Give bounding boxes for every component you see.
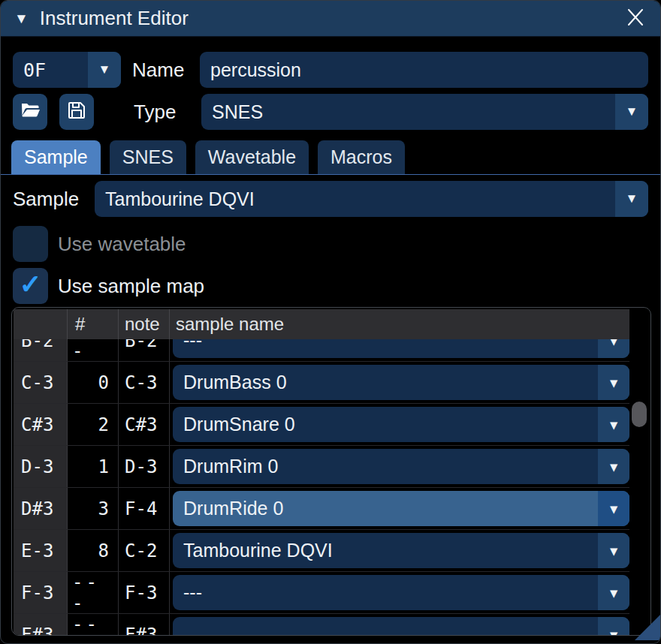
column-header-blank xyxy=(14,309,68,339)
open-instrument-button[interactable] xyxy=(13,94,47,130)
sample-number-cell[interactable]: --- xyxy=(68,572,119,613)
window-title: Instrument Editor xyxy=(40,7,189,30)
tab-label: Wavetable xyxy=(208,146,296,168)
table-scrollbar[interactable] xyxy=(629,309,649,633)
sample-map-row: D-3 1 D-3 DrumRim 0 ▼ xyxy=(14,446,631,488)
sample-name-value: DrumRim 0 xyxy=(173,449,598,484)
sample-name-value: DrumRide 0 xyxy=(173,491,598,526)
type-combo[interactable]: SNES ▼ xyxy=(201,94,648,130)
close-icon xyxy=(626,8,645,30)
sample-map-row: C-3 0 C-3 DrumBass 0 ▼ xyxy=(14,362,631,404)
sample-name-value: DrumBass 0 xyxy=(173,365,598,400)
sample-map-table: B-2 --- B-2 --- ▼ C-3 0 C-3 xyxy=(11,307,651,636)
instrument-number-combo[interactable]: 0F ▼ xyxy=(13,52,121,88)
sample-number-cell[interactable]: 0 xyxy=(68,362,119,403)
note-cell[interactable]: F#3 xyxy=(119,614,170,636)
collapse-icon[interactable]: ▼ xyxy=(14,11,29,26)
note-cell[interactable]: F-4 xyxy=(119,488,170,529)
row-note-label: C-3 xyxy=(14,362,68,403)
tab-underline xyxy=(1,174,660,175)
chevron-down-icon: ▼ xyxy=(598,407,629,442)
scrollbar-thumb[interactable] xyxy=(632,402,647,427)
sample-name-combo[interactable]: --- ▼ xyxy=(173,617,629,636)
editor-tabs: Sample SNES Wavetable Macros xyxy=(11,140,660,174)
sample-selector-row: Sample Tambourine DQVI ▼ xyxy=(13,181,648,217)
row-note-label: D#3 xyxy=(14,488,68,529)
sample-number-cell[interactable]: 8 xyxy=(68,530,119,571)
sample-name-combo[interactable]: Tambourine DQVI ▼ xyxy=(173,533,629,568)
tab-label: SNES xyxy=(122,146,174,168)
chevron-down-icon: ▼ xyxy=(598,449,629,484)
tab-label: Sample xyxy=(24,146,88,168)
sample-name-combo[interactable]: DrumBass 0 ▼ xyxy=(173,365,629,400)
resize-grip-icon[interactable] xyxy=(635,615,660,643)
sample-name-combo[interactable]: DrumRim 0 ▼ xyxy=(173,449,629,484)
sample-map-rows: B-2 --- B-2 --- ▼ C-3 0 C-3 xyxy=(14,309,631,636)
sample-name-combo[interactable]: DrumRide 0 ▼ xyxy=(173,491,629,526)
use-wavetable-checkbox[interactable] xyxy=(13,226,48,262)
tab[interactable]: Sample xyxy=(11,140,101,174)
sample-name-cell: DrumSnare 0 ▼ xyxy=(170,404,631,445)
chevron-down-icon: ▼ xyxy=(615,181,648,217)
sample-number-cell[interactable]: --- xyxy=(68,614,119,636)
column-header-sample-name[interactable]: sample name xyxy=(170,309,631,339)
sample-name-cell: --- ▼ xyxy=(170,572,631,613)
column-header-number[interactable]: # xyxy=(68,309,119,339)
sample-name-value: Tambourine DQVI xyxy=(173,533,598,568)
tab[interactable]: Wavetable xyxy=(195,140,309,174)
sample-map-row: C#3 2 C#3 DrumSnare 0 ▼ xyxy=(14,404,631,446)
type-label: Type xyxy=(134,101,201,124)
chevron-down-icon: ▼ xyxy=(598,575,629,610)
use-sample-map-row: ✓ Use sample map xyxy=(13,268,204,304)
row-note-label: D-3 xyxy=(14,446,68,487)
sample-name-value: DrumSnare 0 xyxy=(173,407,598,442)
row-note-label: F#3 xyxy=(14,614,68,636)
tab[interactable]: SNES xyxy=(110,140,186,174)
use-wavetable-label: Use wavetable xyxy=(58,233,186,256)
close-button[interactable] xyxy=(624,8,647,30)
use-sample-map-label: Use sample map xyxy=(58,275,204,298)
name-value: percussion xyxy=(210,59,301,81)
row-note-label: C#3 xyxy=(14,404,68,445)
chevron-down-icon: ▼ xyxy=(598,365,629,400)
chevron-down-icon: ▼ xyxy=(598,533,629,568)
sample-combo[interactable]: Tambourine DQVI ▼ xyxy=(95,181,648,217)
name-input[interactable]: percussion xyxy=(200,52,648,88)
sample-name-cell: DrumRim 0 ▼ xyxy=(170,446,631,487)
instrument-number-value: 0F xyxy=(13,52,88,88)
note-cell[interactable]: C-3 xyxy=(119,362,170,403)
titlebar[interactable]: ▼ Instrument Editor xyxy=(1,1,660,37)
tab-label: Macros xyxy=(330,146,392,168)
sample-number-cell[interactable]: 1 xyxy=(68,446,119,487)
save-instrument-button[interactable] xyxy=(59,94,94,130)
row-note-label: E-3 xyxy=(14,530,68,571)
sample-name-combo[interactable]: DrumSnare 0 ▼ xyxy=(173,407,629,442)
sample-number-cell[interactable]: 2 xyxy=(68,404,119,445)
sample-number-cell[interactable]: 3 xyxy=(68,488,119,529)
tab[interactable]: Macros xyxy=(318,140,405,174)
chevron-down-icon: ▼ xyxy=(598,617,629,636)
use-wavetable-row: Use wavetable xyxy=(13,226,186,262)
sample-name-cell: --- ▼ xyxy=(170,614,631,636)
use-sample-map-checkbox[interactable]: ✓ xyxy=(13,268,48,304)
sample-map-row: F#3 --- F#3 --- ▼ xyxy=(14,614,631,636)
row-note-label: F-3 xyxy=(14,572,68,613)
sample-label: Sample xyxy=(13,188,95,211)
sample-map-row: D#3 3 F-4 DrumRide 0 ▼ xyxy=(14,488,631,530)
column-header-note[interactable]: note xyxy=(119,309,170,339)
sample-value: Tambourine DQVI xyxy=(95,181,615,217)
chevron-down-icon: ▼ xyxy=(598,491,629,526)
sample-name-value: --- xyxy=(173,617,598,636)
table-header: # note sample name xyxy=(14,309,631,339)
note-cell[interactable]: D-3 xyxy=(119,446,170,487)
sample-name-value: --- xyxy=(173,575,598,610)
note-cell[interactable]: C#3 xyxy=(119,404,170,445)
sample-name-cell: DrumBass 0 ▼ xyxy=(170,362,631,403)
name-row: 0F ▼ Name percussion xyxy=(13,52,648,88)
check-icon: ✓ xyxy=(19,271,41,298)
sample-map-row: F-3 --- F-3 --- ▼ xyxy=(14,572,631,614)
note-cell[interactable]: F-3 xyxy=(119,572,170,613)
chevron-down-icon: ▼ xyxy=(88,52,121,88)
sample-name-combo[interactable]: --- ▼ xyxy=(173,575,629,610)
note-cell[interactable]: C-2 xyxy=(119,530,170,571)
